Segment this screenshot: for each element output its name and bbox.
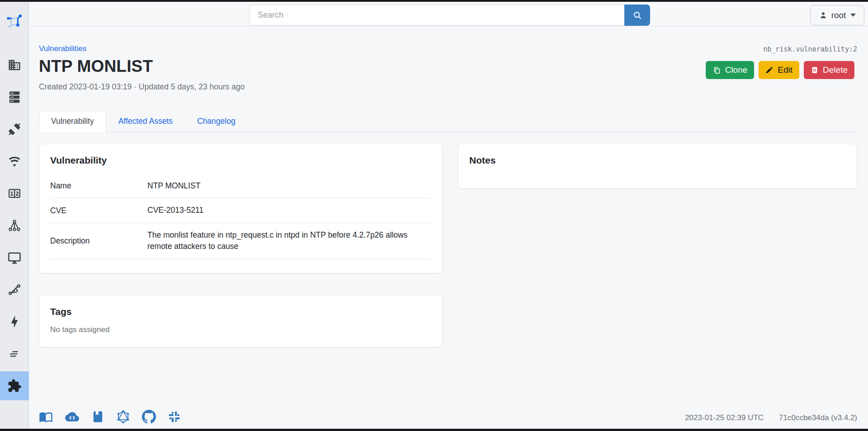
vulnerability-attr-table: Name NTP MONLIST CVE CVE-2013-5211 Descr… [50, 174, 431, 259]
netbox-logo[interactable] [0, 13, 29, 31]
clone-icon [712, 66, 721, 75]
created-updated-meta: Created 2023-01-19 03:19 · Updated 5 day… [39, 82, 857, 92]
delete-button[interactable]: Delete [804, 61, 854, 79]
row-value: CVE-2013-5211 [147, 198, 431, 223]
github-link[interactable] [142, 410, 156, 426]
table-row: CVE CVE-2013-5211 [50, 198, 431, 223]
notes-card-title: Notes [458, 144, 857, 174]
plugins-icon [7, 379, 22, 393]
sidebar-item-logging[interactable] [0, 339, 29, 368]
connections-icon [8, 122, 21, 136]
sidebar-item-power[interactable] [0, 307, 29, 336]
page-head: Vulnerabilities nb_risk.vulnerability:2 … [39, 26, 857, 92]
vulnerability-card: Vulnerability Name NTP MONLIST CVE CVE-2… [39, 144, 443, 273]
search-button[interactable] [624, 5, 650, 26]
row-label: CVE [50, 198, 147, 223]
sidebar-item-organization[interactable] [0, 51, 29, 80]
tags-card-title: Tags [39, 295, 442, 325]
github-icon [142, 410, 156, 424]
delete-icon [811, 66, 819, 74]
row-value: The monlist feature in ntp_request.c in … [147, 223, 431, 259]
row-label: Name [50, 174, 147, 198]
object-actions: Clone Edit Delete [706, 61, 854, 79]
sidebar-item-devices[interactable] [0, 83, 29, 112]
user-label: root [831, 10, 846, 20]
tab-vulnerability[interactable]: Vulnerability [39, 111, 106, 132]
row-label: Description [50, 223, 147, 259]
breadcrumb-vulnerabilities[interactable]: Vulnerabilities [39, 44, 86, 53]
object-id: nb_risk.vulnerability:2 [763, 45, 857, 53]
sidebar-item-virtualization[interactable] [0, 243, 29, 272]
circuits-icon [8, 283, 21, 296]
footer-links [39, 410, 181, 426]
svg-text:2: 2 [15, 191, 19, 197]
table-row: Name NTP MONLIST [50, 174, 431, 198]
user-icon [819, 11, 828, 20]
footer-build-version: 71c0ccbe34da (v3.4.2) [779, 413, 857, 422]
power-icon [8, 315, 21, 328]
sidebar: 1 2 [0, 2, 29, 429]
api-docs-link[interactable] [91, 410, 104, 426]
netbox-logo-icon [6, 13, 23, 31]
tags-empty-text: No tags assigned [39, 325, 442, 347]
rest-api-link[interactable] [65, 410, 80, 426]
row-value: NTP MONLIST [147, 174, 431, 198]
search-input[interactable] [249, 5, 624, 26]
wireless-icon [8, 155, 21, 168]
object-tabs: Vulnerability Affected Assets Changelog [39, 111, 857, 132]
footer-meta: 2023-01-25 02:39 UTC 71c0ccbe34da (v3.4.… [685, 413, 857, 422]
logging-icon [8, 347, 21, 361]
user-menu-button[interactable]: root [810, 5, 864, 25]
graphql-icon [116, 410, 130, 424]
rest-api-icon [65, 410, 80, 424]
sidebar-item-circuits[interactable] [0, 275, 29, 304]
sidebar-item-plugins[interactable] [0, 371, 29, 400]
page-footer: 2023-01-25 02:39 UTC 71c0ccbe34da (v3.4.… [39, 410, 857, 426]
ipam-icon: 1 2 [8, 187, 21, 200]
organization-icon [8, 58, 21, 72]
cards-grid: Vulnerability Name NTP MONLIST CVE CVE-2… [39, 144, 857, 347]
sidebar-item-wireless[interactable] [0, 147, 29, 176]
sidebar-item-connections[interactable] [0, 115, 29, 144]
graphql-link[interactable] [116, 410, 130, 426]
virtualization-icon [8, 251, 21, 264]
tab-affected-assets[interactable]: Affected Assets [106, 111, 185, 132]
chevron-down-icon [850, 14, 856, 17]
tags-card: Tags No tags assigned [39, 295, 443, 347]
sidebar-nav: 1 2 [0, 51, 29, 400]
api-docs-icon [91, 410, 104, 424]
search-group [249, 5, 650, 26]
bottom-black-bar [0, 429, 868, 431]
edit-icon [765, 66, 774, 74]
overlay-icon [8, 219, 21, 232]
tab-changelog[interactable]: Changelog [185, 111, 248, 132]
sidebar-item-ipam[interactable]: 1 2 [0, 179, 29, 208]
main-content: Vulnerabilities nb_risk.vulnerability:2 … [39, 26, 857, 429]
search-icon [632, 10, 642, 20]
svg-text:1: 1 [10, 191, 14, 197]
community-link[interactable] [168, 410, 181, 425]
edit-button[interactable]: Edit [759, 61, 799, 79]
table-row: Description The monlist feature in ntp_r… [50, 223, 431, 259]
sidebar-item-overlay[interactable] [0, 211, 29, 240]
clone-button[interactable]: Clone [706, 61, 755, 79]
top-black-bar [0, 0, 868, 2]
top-bar: root [29, 2, 868, 26]
footer-timestamp: 2023-01-25 02:39 UTC [685, 413, 764, 422]
community-icon [168, 410, 181, 423]
devices-icon [8, 90, 21, 104]
docs-link[interactable] [39, 410, 53, 426]
docs-icon [39, 410, 53, 424]
notes-card: Notes [458, 144, 857, 189]
vulnerability-card-title: Vulnerability [39, 144, 442, 174]
